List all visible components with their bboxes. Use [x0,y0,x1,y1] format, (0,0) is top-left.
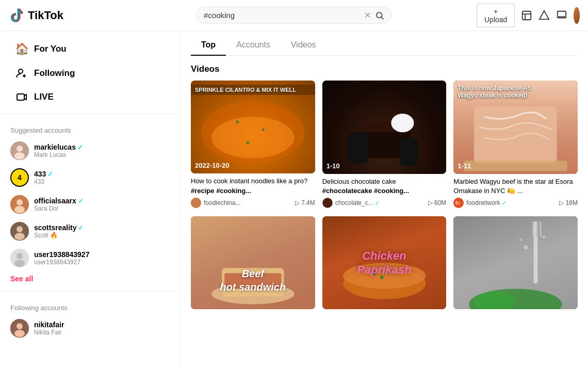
markielucas-name: markielucas ✓ [34,143,83,151]
inbox-icon[interactable] [521,8,532,23]
search-icon[interactable] [375,11,384,20]
svg-rect-34 [474,106,557,163]
video-4-meta [191,309,315,315]
video-2-author-name: chocolate_c... ✓ [335,199,380,206]
video-card-2[interactable]: 1-10 Delicious chocolate cake #chocolate… [322,81,447,209]
svg-point-24 [236,120,239,123]
svg-text:fn: fn [455,200,460,206]
scottsreality-handle: Scott 🔥 [34,232,84,239]
video-grid: SPRINKLE CILANTRO & MIX IT WELL 2022-10-… [191,81,578,315]
user1938843927-avatar [10,249,29,267]
notification-icon[interactable] [538,8,550,23]
videos-section-heading: Videos [191,64,578,74]
following-account-nikitafair[interactable]: nikitafair Nikita Fair [0,315,180,342]
sidebar-item-following-label: Following [34,68,75,78]
beef-svg [191,216,315,309]
user-avatar[interactable] [574,7,580,24]
video-3-play-count: ▷ 16M [559,199,578,206]
live-icon [14,91,29,103]
svg-point-18 [14,260,25,267]
svg-point-5 [19,69,23,73]
main-nav: 🏠 For You Following [0,37,180,108]
video-3-overlay: This is how Japanese A5Wagyu steak is co… [458,85,574,99]
svg-point-8 [17,146,23,152]
video-thumb-3: This is how Japanese A5Wagyu steak is co… [453,81,578,174]
main-content: Top Accounts Videos Videos [181,31,588,367]
following-icon [14,67,29,79]
suggested-account-officialsaarx[interactable]: officialsaarx ✓ Sara Dol [0,191,180,218]
nikitafair-info: nikitafair Nikita Fair [34,321,64,336]
markielucas-avatar [10,141,29,160]
upload-button[interactable]: + Upload [477,4,515,27]
svg-point-15 [14,233,25,240]
markielucas-verified: ✓ [77,143,83,151]
chicken-overlay-text: ChickenPaprikash [357,249,411,277]
search-input[interactable] [204,11,360,20]
tab-top[interactable]: Top [191,35,226,56]
video-card-4[interactable]: Beefhot sandwich [191,216,315,316]
svg-point-26 [246,141,249,144]
svg-rect-6 [17,94,24,100]
video-2-date: 1-10 [326,162,340,170]
user1938843927-info: user1938843927 user1938843927 [34,250,89,266]
sidebar-item-live-label: LIVE [34,92,54,102]
video-3-title: Marbled Wagyu beef is the star at Esora … [453,177,578,196]
tab-videos[interactable]: Videos [281,35,326,56]
video-5-meta [322,309,447,315]
video-1-overlay-text: SPRINKLE CILANTRO & MIX IT WELL [191,85,315,95]
video-2-author-row: chocolate_c... ✓ ▷ 60M [322,198,447,208]
scottsreality-verified: ✓ [78,224,84,232]
officialsaarx-avatar [10,195,29,214]
suggested-account-markielucas[interactable]: markielucas ✓ Mark Lucas [0,137,180,164]
search-bar: ✕ [196,7,392,24]
video-thumb-4: Beefhot sandwich [191,216,315,309]
svg-point-20 [17,323,23,329]
suggested-account-433[interactable]: 4 433 ✓ 433 [0,164,180,191]
video-card-5[interactable]: ChickenPaprikash [322,216,447,316]
video-card-3[interactable]: This is how Japanese A5Wagyu steak is co… [453,81,578,209]
svg-point-14 [17,226,23,232]
sidebar-divider-2 [0,291,180,292]
svg-point-9 [14,152,25,159]
svg-marker-3 [540,10,549,19]
message-icon[interactable] [556,8,567,23]
nikitafair-avatar [10,319,29,338]
header-actions: + Upload [477,4,580,27]
video-1-author-avatar [191,198,201,208]
video-2-play-count: ▷ 60M [428,199,447,206]
scottsreality-avatar [10,222,29,241]
see-all-button[interactable]: See all [0,272,180,286]
video-1-meta: How to cook instant noodles like a pro? … [191,173,315,209]
433-avatar: 4 [10,168,29,187]
video-card-1[interactable]: SPRINKLE CILANTRO & MIX IT WELL 2022-10-… [191,81,315,209]
clear-icon[interactable]: ✕ [364,10,371,20]
433-verified: ✓ [47,170,53,178]
sidebar-item-following[interactable]: Following [4,62,176,85]
video-3-date: 1-11 [458,162,471,170]
svg-point-17 [17,253,23,259]
svg-point-53 [543,235,546,238]
sidebar-item-live[interactable]: LIVE [4,86,176,108]
suggested-account-user1938843927[interactable]: user1938843927 user1938843927 [0,245,180,272]
header: TikTok ✕ + Upload [0,0,588,31]
video-thumb-2: 1-10 [322,81,447,174]
suggested-account-scottsreality[interactable]: scottsreality ✓ Scott 🔥 [0,218,180,245]
fork-svg [453,216,578,310]
video-2-meta: Delicious chocolate cake #chocolatecake … [322,174,447,209]
tab-accounts[interactable]: Accounts [226,35,281,56]
sidebar-item-for-you[interactable]: 🏠 For You [4,37,176,61]
video-2-title: Delicious chocolate cake #chocolatecake … [322,177,447,196]
sidebar-item-for-you-label: For You [34,44,67,54]
video-1-author-row: foodiechina... ▷ 7.4M [191,198,315,208]
svg-point-52 [524,245,528,249]
nikitafair-handle: Nikita Fair [34,329,64,336]
video-card-6[interactable] [453,216,578,316]
officialsaarx-name: officialsaarx ✓ [34,197,84,205]
tiktok-logo-icon [8,7,25,24]
433-name: 433 ✓ [34,170,53,178]
svg-rect-31 [348,132,369,163]
video-2-author-avatar [322,198,333,208]
officialsaarx-handle: Sara Dol [34,205,84,212]
svg-point-25 [262,129,265,131]
logo-text: TikTok [28,9,63,22]
